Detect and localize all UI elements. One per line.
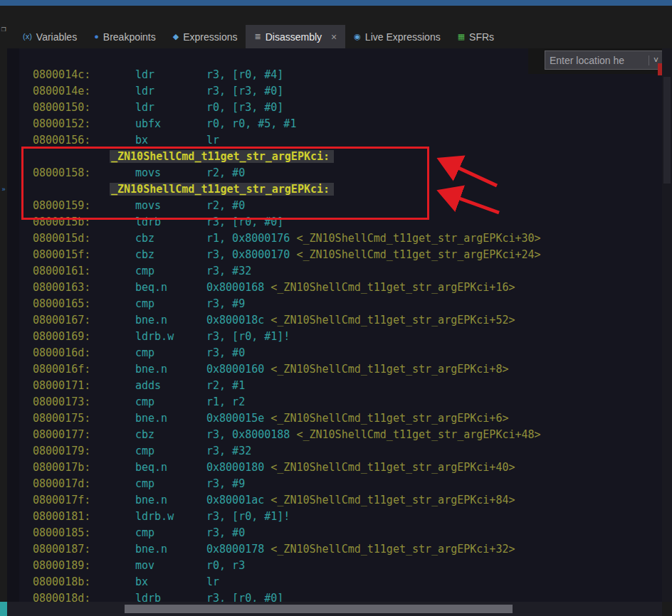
asm-operands: r0, r3 <box>206 559 245 572</box>
asm-row[interactable]: 0800016f:bne.n0x8000160 <_ZN10ShellCmd_t… <box>7 361 662 378</box>
asm-row[interactable]: 08000171:addsr2, #1 <box>7 378 662 394</box>
asm-symbol-ref: <_ZN10ShellCmd_t11get_str_argEPKci+52> <box>271 314 515 326</box>
minimized-view-icon[interactable]: » <box>0 185 7 193</box>
asm-row[interactable]: 08000165:cmpr3, #9 <box>7 296 662 312</box>
asm-row[interactable]: 08000167:bne.n0x800018c <_ZN10ShellCmd_t… <box>7 312 662 329</box>
tab-label: Variables <box>36 31 77 43</box>
asm-symbol-ref: <_ZN10ShellCmd_t11get_str_argEPKci+16> <box>271 281 515 294</box>
location-combo[interactable]: Enter location he ˅ <box>545 51 663 70</box>
asm-operands: 0x8000180 <box>206 461 271 474</box>
asm-row[interactable]: 0800015f:cbzr3, 0x8000170 <_ZN10ShellCmd… <box>7 247 662 263</box>
window-top-strip <box>0 0 672 6</box>
tab-bar: (x)Variables●Breakpoints◆Expressions≣Dis… <box>14 25 503 48</box>
tab-expressions[interactable]: ◆Expressions <box>164 25 246 48</box>
asm-mnemonic: cmp <box>135 394 206 410</box>
asm-symbol-ref: <_ZN10ShellCmd_t11get_str_argEPKci+32> <box>271 543 515 556</box>
asm-address: 08000165: <box>33 296 135 312</box>
asm-address: 08000179: <box>33 443 135 460</box>
horizontal-scrollbar-thumb[interactable] <box>125 605 513 613</box>
breakpoints-icon: ● <box>94 33 99 41</box>
tab-label: Disassembly <box>266 31 322 43</box>
asm-mnemonic: bne.n <box>135 410 206 427</box>
asm-operands: r3, 0x8000170 <box>206 248 296 261</box>
asm-row[interactable]: 0800017b:beq.n0x8000180 <_ZN10ShellCmd_t… <box>7 460 662 476</box>
vertical-scrollbar[interactable] <box>662 48 672 602</box>
tab-label: Expressions <box>183 31 237 43</box>
asm-address: 0800017f: <box>33 492 135 509</box>
asm-operands: r3, #9 <box>206 297 245 310</box>
tab-live-expressions[interactable]: ◉Live Expressions <box>345 25 448 48</box>
tab-close-icon[interactable]: × <box>331 31 337 43</box>
asm-operands: r3, #0 <box>206 346 245 359</box>
asm-operands: r3, [r0, #1]! <box>206 510 290 523</box>
asm-address: 08000163: <box>33 280 135 296</box>
asm-operands: r1, r2 <box>206 395 245 408</box>
live-expressions-icon: ◉ <box>354 33 361 41</box>
asm-row[interactable]: 0800018d:ldrbr3, [r0, #0] <box>7 590 662 602</box>
asm-row[interactable]: 08000189:movr0, r3 <box>7 558 662 574</box>
vertical-scrollbar-thumb[interactable] <box>663 77 671 184</box>
asm-address: 0800018d: <box>33 590 135 602</box>
asm-address: 08000187: <box>33 541 135 558</box>
sfrs-icon: ▦ <box>458 33 465 41</box>
asm-mnemonic: bne.n <box>135 541 206 558</box>
tab-disassembly[interactable]: ≣Disassembly× <box>246 25 345 48</box>
asm-operands: r3, [r0, #4] <box>206 68 283 81</box>
asm-address: 08000185: <box>33 525 135 541</box>
tab-breakpoints[interactable]: ●Breakpoints <box>85 25 164 48</box>
asm-row[interactable]: 0800016d:cmpr3, #0 <box>7 345 662 361</box>
asm-row[interactable]: 08000163:beq.n0x8000168 <_ZN10ShellCmd_t… <box>7 280 662 296</box>
corner-marker <box>0 602 7 616</box>
tab-variables[interactable]: (x)Variables <box>14 25 85 48</box>
chevron-down-icon[interactable]: ˅ <box>649 55 658 65</box>
asm-address: 08000150: <box>33 100 135 116</box>
asm-address: 08000177: <box>33 427 135 443</box>
restore-panel-icon[interactable]: ❒ <box>0 26 7 34</box>
asm-mnemonic: bx <box>135 574 206 590</box>
asm-operands: r3, 0x8000188 <box>206 428 296 441</box>
asm-symbol-ref: <_ZN10ShellCmd_t11get_str_argEPKci+48> <box>296 428 540 441</box>
asm-row[interactable]: 0800017f:bne.n0x80001ac <_ZN10ShellCmd_t… <box>7 492 662 509</box>
asm-operands: r3, #9 <box>206 477 245 490</box>
asm-mnemonic: cbz <box>135 247 206 263</box>
asm-row[interactable]: 0800017d:cmpr3, #9 <box>7 476 662 492</box>
asm-symbol-ref: <_ZN10ShellCmd_t11get_str_argEPKci+8> <box>271 363 508 376</box>
asm-row[interactable]: 08000173:cmpr1, r2 <box>7 394 662 410</box>
asm-row[interactable]: 08000169:ldrb.wr3, [r0, #1]! <box>7 329 662 345</box>
asm-operands: 0x800018c <box>206 314 271 326</box>
asm-mnemonic: ldr <box>135 67 206 83</box>
asm-row[interactable]: 08000181:ldrb.wr3, [r0, #1]! <box>7 509 662 525</box>
asm-row[interactable]: 08000185:cmpr3, #0 <box>7 525 662 541</box>
asm-mnemonic: cmp <box>135 263 206 280</box>
asm-operands: r3, #32 <box>206 445 251 457</box>
tab-label: Breakpoints <box>103 31 156 43</box>
asm-address: 08000169: <box>33 329 135 345</box>
asm-mnemonic: bne.n <box>135 361 206 378</box>
asm-mnemonic: ubfx <box>135 116 206 132</box>
asm-row[interactable]: 08000152:ubfxr0, r0, #5, #1 <box>7 116 662 132</box>
asm-row[interactable]: 0800018b:bxlr <box>7 574 662 590</box>
asm-row[interactable]: 0800014e:ldrr3, [r3, #0] <box>7 83 662 100</box>
asm-operands: 0x8000178 <box>206 543 271 556</box>
asm-row[interactable]: 08000161:cmpr3, #32 <box>7 263 662 280</box>
asm-row[interactable]: 08000179:cmpr3, #32 <box>7 443 662 460</box>
asm-operands: r1, 0x8000176 <box>206 232 296 245</box>
asm-operands: r3, [r0, #0] <box>206 592 283 602</box>
asm-row[interactable]: 08000175:bne.n0x800015e <_ZN10ShellCmd_t… <box>7 410 662 427</box>
asm-mnemonic: beq.n <box>135 280 206 296</box>
asm-address: 08000161: <box>33 263 135 280</box>
horizontal-scrollbar[interactable] <box>7 602 662 616</box>
asm-row[interactable]: 08000177:cbzr3, 0x8000188 <_ZN10ShellCmd… <box>7 427 662 443</box>
disassembly-icon: ≣ <box>254 33 261 41</box>
asm-row[interactable]: 08000187:bne.n0x8000178 <_ZN10ShellCmd_t… <box>7 541 662 558</box>
asm-address: 0800017b: <box>33 460 135 476</box>
asm-row[interactable]: 08000150:ldrr0, [r3, #0] <box>7 100 662 116</box>
asm-symbol-ref: <_ZN10ShellCmd_t11get_str_argEPKci+40> <box>271 461 515 474</box>
view-header: (x)Variables●Breakpoints◆Expressions≣Dis… <box>0 6 672 48</box>
asm-operands: 0x8000160 <box>206 363 271 376</box>
asm-operands: 0x800015e <box>206 412 271 425</box>
asm-row[interactable]: 0800015d:cbzr1, 0x8000176 <_ZN10ShellCmd… <box>7 230 662 247</box>
tab-sfrs[interactable]: ▦SFRs <box>449 25 503 48</box>
asm-mnemonic: ldrb.w <box>135 329 206 345</box>
asm-address: 08000152: <box>33 116 135 132</box>
